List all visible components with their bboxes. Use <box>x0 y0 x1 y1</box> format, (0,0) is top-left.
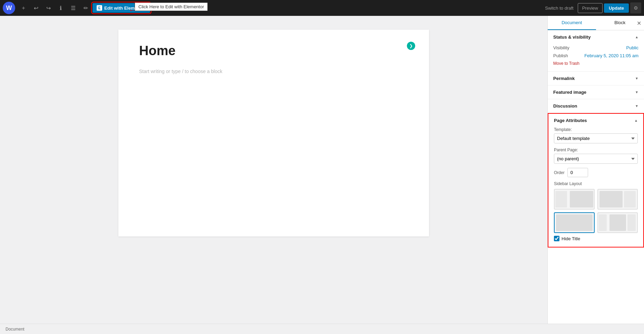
hide-title-checkbox[interactable] <box>554 236 559 241</box>
layout-option-right-sidebar[interactable] <box>597 189 638 210</box>
main-layout: ❯ Home Start writing or type / to choose… <box>0 16 644 324</box>
publish-value[interactable]: February 5, 2020 11:05 am <box>584 53 638 58</box>
status-visibility-header[interactable]: Status & visibility ▲ <box>548 30 644 44</box>
layout-main-col-2 <box>599 191 623 208</box>
layout-option-left-sidebar[interactable] <box>554 189 595 210</box>
template-label: Template: <box>554 127 638 132</box>
template-group: Template: Default template Full Width <box>554 127 638 143</box>
hide-title-label: Hide Title <box>562 236 580 241</box>
visibility-row: Visibility Public <box>553 44 638 52</box>
permalink-chevron: ▼ <box>635 77 638 80</box>
discussion-section: Discussion ▼ <box>548 99 644 113</box>
layout-full-col <box>556 214 593 231</box>
parent-page-select[interactable]: (no parent) <box>554 154 638 164</box>
status-visibility-content: Visibility Public Publish February 5, 20… <box>548 44 644 71</box>
template-select[interactable]: Default template Full Width <box>554 133 638 143</box>
status-visibility-chevron: ▲ <box>635 35 638 39</box>
visibility-label: Visibility <box>553 45 569 50</box>
status-bar-label: Document <box>6 327 25 332</box>
visibility-value[interactable]: Public <box>626 45 638 50</box>
discussion-chevron: ▼ <box>635 104 638 108</box>
edit-icon[interactable]: ✏ <box>80 2 91 13</box>
list-view-icon[interactable]: ☰ <box>68 2 79 13</box>
green-dot-indicator: ❯ <box>407 42 415 50</box>
page-title-heading[interactable]: Home <box>139 43 408 58</box>
order-row: Order <box>554 168 638 177</box>
featured-image-chevron: ▼ <box>635 90 638 94</box>
parent-page-label: Parent Page: <box>554 148 638 152</box>
order-input[interactable] <box>567 168 588 177</box>
switch-to-draft-button[interactable]: Switch to draft <box>542 3 576 13</box>
undo-icon[interactable]: ↩ <box>30 2 41 13</box>
wp-logo[interactable]: W <box>3 2 15 14</box>
permalink-section: Permalink ▼ <box>548 72 644 85</box>
page-attributes-chevron: ▲ <box>634 119 638 122</box>
layout-side-col <box>555 191 567 208</box>
layout-alt-side2 <box>627 214 636 231</box>
add-block-icon[interactable]: ＋ <box>18 2 29 13</box>
permalink-title: Permalink <box>553 76 575 81</box>
writing-placeholder[interactable]: Start writing or type / to choose a bloc… <box>139 69 408 74</box>
page-attributes-header[interactable]: Page Attributes ▲ <box>548 114 643 127</box>
layout-option-full-width[interactable] <box>554 212 595 233</box>
redo-icon[interactable]: ↪ <box>43 2 54 13</box>
wp-logo-text: W <box>6 4 12 12</box>
update-button[interactable]: Update <box>604 3 629 13</box>
sidebar-close-button[interactable]: ✕ <box>637 20 641 26</box>
sidebar-header: Document Block ✕ <box>548 16 644 30</box>
right-sidebar: Document Block ✕ Status & visibility ▲ V… <box>547 16 644 324</box>
discussion-header[interactable]: Discussion ▼ <box>548 99 644 113</box>
editor-area[interactable]: ❯ Home Start writing or type / to choose… <box>0 16 547 324</box>
layout-alt-main <box>609 214 626 231</box>
sidebar-layout-label: Sidebar Layout <box>554 181 638 186</box>
gear-icon: ⚙ <box>634 5 638 11</box>
publish-label: Publish <box>553 53 568 58</box>
tab-document[interactable]: Document <box>548 16 596 30</box>
page-attributes-section: Page Attributes ▲ Template: Default temp… <box>548 113 644 247</box>
settings-button[interactable]: ⚙ <box>630 2 641 13</box>
move-to-trash-link[interactable]: Move to Trash <box>553 60 638 67</box>
publish-row: Publish February 5, 2020 11:05 am <box>553 52 638 60</box>
layout-grid <box>554 189 638 233</box>
hide-title-row: Hide Title <box>554 236 638 241</box>
featured-image-header[interactable]: Featured image ▼ <box>548 85 644 99</box>
parent-page-group: Parent Page: (no parent) <box>554 148 638 164</box>
status-visibility-section: Status & visibility ▲ Visibility Public … <box>548 30 644 72</box>
preview-button[interactable]: Preview <box>578 3 603 13</box>
status-bar: Document <box>0 324 644 334</box>
elementor-icon: E <box>97 5 102 11</box>
editor-content: ❯ Home Start writing or type / to choose… <box>118 30 429 236</box>
layout-main-col <box>570 191 593 208</box>
info-icon[interactable]: ℹ <box>55 2 66 13</box>
toolbar: W ＋ ↩ ↪ ℹ ☰ ✏ E Edit with Elementor ← Cl… <box>0 0 644 16</box>
featured-image-section: Featured image ▼ <box>548 85 644 99</box>
edit-elementor-label: Edit with Elementor <box>104 6 146 11</box>
layout-option-alt[interactable] <box>597 212 638 233</box>
page-attributes-title: Page Attributes <box>554 118 587 123</box>
permalink-header[interactable]: Permalink ▼ <box>548 72 644 85</box>
discussion-title: Discussion <box>553 103 577 109</box>
layout-alt-side <box>599 214 607 231</box>
layout-side-col-2 <box>624 191 636 208</box>
featured-image-title: Featured image <box>553 90 586 95</box>
edit-with-elementor-button[interactable]: E Edit with Elementor <box>92 3 150 13</box>
status-visibility-title: Status & visibility <box>553 34 591 40</box>
order-label: Order <box>554 170 565 175</box>
page-attributes-content: Template: Default template Full Width Pa… <box>548 127 643 247</box>
